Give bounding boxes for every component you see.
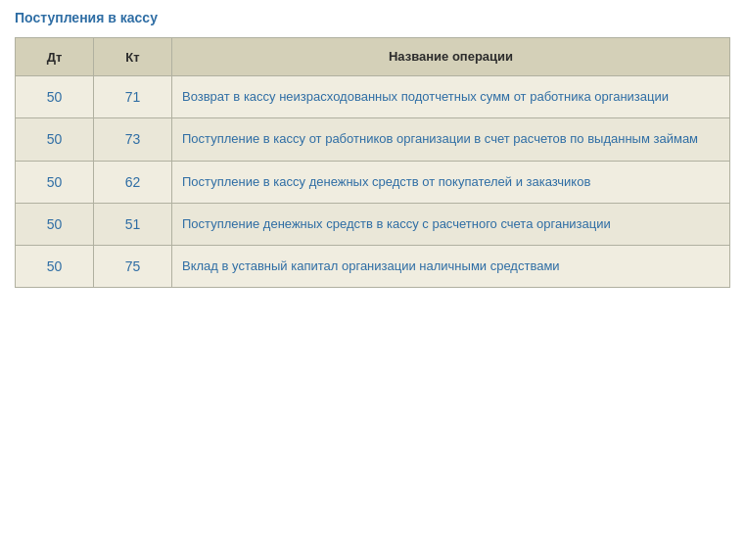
header-name: Название операции bbox=[172, 38, 730, 76]
cell-kt: 62 bbox=[94, 161, 172, 203]
cell-operation-name: Поступление в кассу денежных средств от … bbox=[172, 161, 730, 203]
table-row: 5071Возврат в кассу неизрасходованных по… bbox=[16, 76, 730, 118]
cell-operation-name: Поступление денежных средств в кассу с р… bbox=[172, 203, 730, 245]
cell-kt: 71 bbox=[94, 76, 172, 118]
cell-dt: 50 bbox=[16, 245, 94, 287]
cell-dt: 50 bbox=[16, 203, 94, 245]
cell-kt: 51 bbox=[94, 203, 172, 245]
cell-dt: 50 bbox=[16, 76, 94, 118]
cell-operation-name: Поступление в кассу от работников органи… bbox=[172, 118, 730, 161]
header-dt: Дт bbox=[16, 38, 94, 76]
table-row: 5062Поступление в кассу денежных средств… bbox=[16, 161, 730, 203]
cell-kt: 73 bbox=[94, 118, 172, 161]
cell-operation-name: Вклад в уставный капитал организации нал… bbox=[172, 245, 730, 287]
table-row: 5051Поступление денежных средств в кассу… bbox=[16, 203, 730, 245]
cell-dt: 50 bbox=[16, 161, 94, 203]
cell-operation-name: Возврат в кассу неизрасходованных подотч… bbox=[172, 76, 730, 118]
operations-table: Дт Кт Название операции 5071Возврат в ка… bbox=[15, 37, 730, 288]
header-kt: Кт bbox=[94, 38, 172, 76]
cell-dt: 50 bbox=[16, 118, 94, 161]
page-title: Поступления в кассу bbox=[15, 10, 730, 25]
cell-kt: 75 bbox=[94, 245, 172, 287]
table-row: 5075Вклад в уставный капитал организации… bbox=[16, 245, 730, 287]
table-row: 5073Поступление в кассу от работников ор… bbox=[16, 118, 730, 161]
